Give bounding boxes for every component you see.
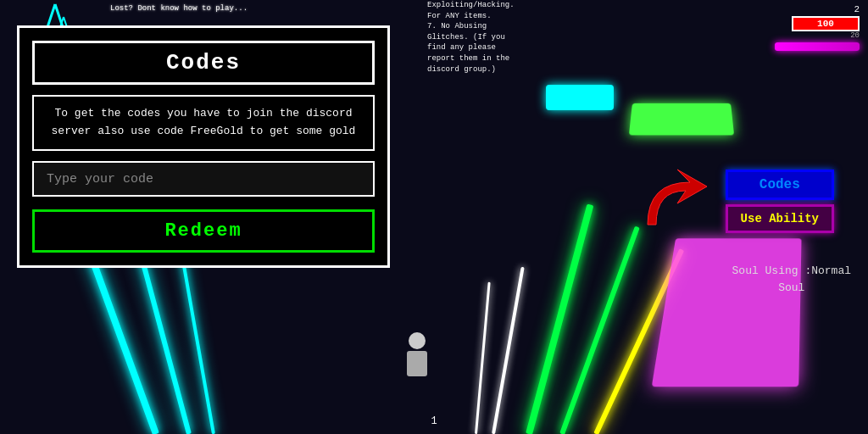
neon-line-green1 xyxy=(526,204,593,434)
health-value: 100 xyxy=(793,18,858,30)
codes-button[interactable]: Codes xyxy=(726,170,834,200)
redeem-button[interactable]: Redeem xyxy=(32,209,375,253)
hud-top-right: 2 100 20 xyxy=(775,4,860,51)
character-silhouette xyxy=(404,332,430,383)
modal-title-box: Codes xyxy=(32,41,375,85)
health-bar: 100 xyxy=(792,16,860,31)
hud-pink-bar xyxy=(775,42,860,51)
platform-pink xyxy=(652,238,802,387)
neon-line-cyan3 xyxy=(180,250,215,434)
top-right-rules: Exploiting/Hacking. For ANY items. 7. No… xyxy=(427,0,580,75)
redeem-label[interactable]: Redeem xyxy=(164,220,242,242)
soul-status-text: Soul Using :Normal Soul xyxy=(732,263,851,296)
char-body xyxy=(407,351,427,376)
hud-number: 2 xyxy=(854,4,860,14)
neon-line-green2 xyxy=(559,226,640,434)
modal-input-box[interactable]: Type your code xyxy=(32,161,375,197)
health-sub: 20 xyxy=(850,31,860,40)
platform-cyan-top xyxy=(546,85,614,110)
char-head xyxy=(409,332,426,349)
modal-title: Codes xyxy=(166,50,241,75)
use-ability-button[interactable]: Use Ability xyxy=(726,204,834,233)
modal-description: To get the codes you have to join the di… xyxy=(32,95,375,151)
neon-line-white2 xyxy=(475,282,491,434)
top-left-hint: Lost? Dont know how to play... xyxy=(110,4,248,14)
codes-modal: Codes To get the codes you have to join … xyxy=(17,25,390,268)
modal-input-placeholder[interactable]: Type your code xyxy=(47,172,153,186)
platform-green xyxy=(629,103,734,136)
neon-line-white1 xyxy=(492,267,525,434)
right-ui-panel: Codes Use Ability xyxy=(726,170,834,233)
bottom-page-number: 1 xyxy=(431,415,437,427)
red-arrow-icon xyxy=(631,157,715,242)
